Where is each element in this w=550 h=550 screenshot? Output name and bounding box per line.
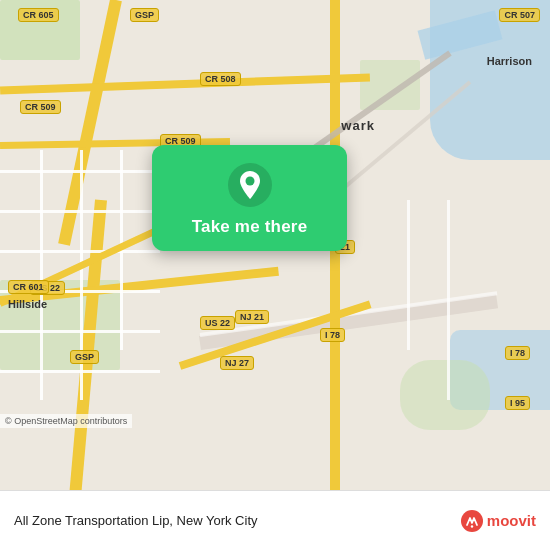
road-label-cr605: CR 605 bbox=[18, 8, 59, 22]
road-label-nj27: NJ 27 bbox=[220, 356, 254, 370]
road-label-cr507: CR 507 bbox=[499, 8, 540, 22]
road-label-us22b: US 22 bbox=[200, 316, 235, 330]
location-pin-icon bbox=[228, 163, 272, 207]
road-label-i95: I 95 bbox=[505, 396, 530, 410]
road-label-nj21: NJ 21 bbox=[235, 310, 269, 324]
hillside-label: Hillside bbox=[8, 298, 47, 310]
road-label-i78a: I 78 bbox=[320, 328, 345, 342]
newark-label: wark bbox=[341, 118, 375, 133]
harrison-label: Harrison bbox=[487, 55, 532, 67]
osm-credit: © OpenStreetMap contributors bbox=[0, 414, 132, 428]
road-label-gsp1: GSP bbox=[130, 8, 159, 22]
road-label-cr601: CR 601 bbox=[8, 280, 49, 294]
bottom-bar: All Zone Transportation Lip, New York Ci… bbox=[0, 490, 550, 550]
moovit-logo: moovit bbox=[461, 510, 536, 532]
road-label-i78b: I 78 bbox=[505, 346, 530, 360]
take-me-there-button[interactable]: Take me there bbox=[192, 217, 308, 237]
location-name: All Zone Transportation Lip, New York Ci… bbox=[14, 513, 453, 528]
map: CR 605 GSP CR 508 CR 507 CR 509 CR 509 2… bbox=[0, 0, 550, 490]
take-me-there-card[interactable]: Take me there bbox=[152, 145, 347, 251]
road-label-cr508: CR 508 bbox=[200, 72, 241, 86]
svg-point-1 bbox=[245, 177, 254, 186]
moovit-label: moovit bbox=[487, 512, 536, 529]
road-label-cr509a: CR 509 bbox=[20, 100, 61, 114]
moovit-icon bbox=[461, 510, 483, 532]
svg-point-3 bbox=[471, 525, 473, 527]
road-label-gsp2: GSP bbox=[70, 350, 99, 364]
